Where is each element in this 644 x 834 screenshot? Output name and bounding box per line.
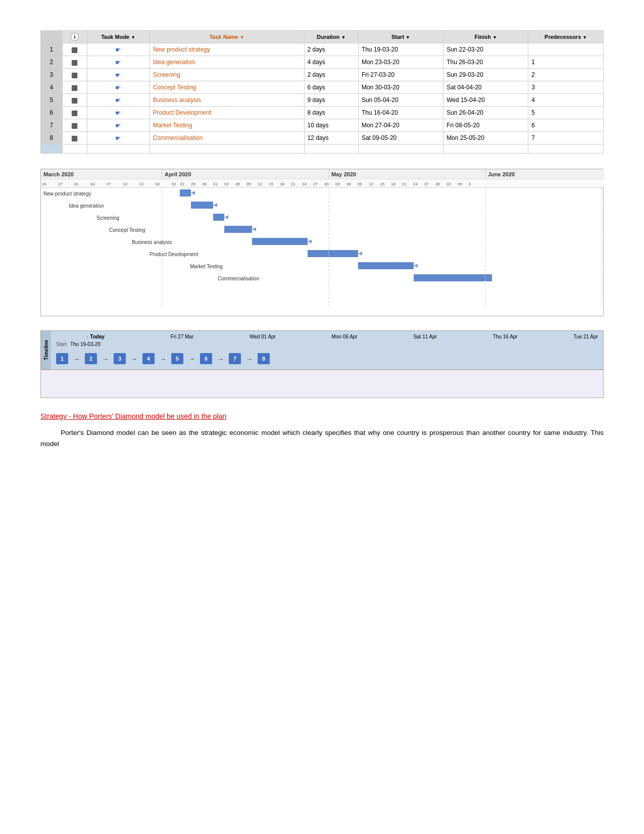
th-task-mode: Task Mode ▼: [87, 31, 150, 43]
task-mode-icon: ☛: [115, 134, 121, 142]
grid-icon: ▦: [71, 96, 78, 104]
strategy-body: Porter's Diamond model can be seen as th…: [40, 427, 604, 449]
svg-text:Idea generation: Idea generation: [69, 203, 104, 209]
svg-text:25: 25: [191, 182, 195, 186]
svg-text:09: 09: [246, 182, 251, 186]
timeline-node: 4→: [142, 353, 171, 364]
grid-icon: ▦: [71, 109, 78, 117]
timeline-node-box: 3: [114, 353, 126, 364]
timeline-main: ↑ Today Fri 27 Mar Wed 01 Apr Mon 06 Apr…: [51, 331, 603, 369]
task-mode-icon: ☛: [115, 96, 121, 104]
start-sort-icon[interactable]: ▼: [406, 35, 410, 40]
row-start: Thu 16-04-20: [358, 107, 443, 119]
timeline-arrow-icon: →: [160, 355, 166, 363]
svg-text:06: 06: [235, 182, 240, 186]
row-finish: Wed 15-04-20: [443, 94, 528, 107]
date-marker-2: Wed 01 Apr: [250, 334, 276, 339]
row-icon2: ☛: [87, 132, 150, 144]
gantt-table: i Task Mode ▼ Task Name ▼ Duration ▼ Sta…: [40, 30, 604, 154]
timeline-node-box: 7: [229, 353, 241, 364]
task-mode-icon: ☛: [115, 122, 121, 129]
finish-label: Finish: [475, 34, 491, 40]
timeline-arrow-icon: →: [73, 355, 80, 363]
duration-sort-icon[interactable]: ▼: [341, 35, 345, 40]
task-mode-icon: ☛: [115, 109, 121, 117]
row-num-cell: 7: [41, 119, 63, 132]
svg-marker-25: [308, 239, 312, 243]
svg-rect-33: [414, 274, 492, 281]
row-icon2: ☛: [87, 81, 150, 94]
timeline-bottom-bar: [41, 370, 603, 398]
row-icon1: ▦: [62, 69, 87, 81]
grid-icon: ▦: [71, 58, 78, 66]
svg-marker-13: [191, 191, 195, 195]
timeline-arrow-icon: →: [246, 355, 253, 363]
row-duration: 4 days: [304, 56, 358, 69]
grid-icon: ▦: [71, 71, 78, 79]
table-row: 3▦☛Screening2 daysFri 27-03-20Sun 29-03-…: [41, 69, 604, 81]
svg-text:30: 30: [324, 182, 329, 186]
pred-sort-icon[interactable]: ▼: [582, 35, 587, 40]
row-task-name: Commercialisation: [150, 132, 304, 144]
svg-text:06: 06: [346, 182, 351, 186]
task-mode-label: Task Mode: [101, 34, 129, 40]
row-finish: Sat 04-04-20: [443, 81, 528, 94]
row-duration: 9 days: [304, 94, 358, 107]
row-icon1: ▦: [62, 81, 87, 94]
table-row: 5▦☛Business analysis9 daysSun 05-04-20We…: [41, 94, 604, 107]
svg-text:03: 03: [224, 182, 229, 186]
date-marker-5: Thu 16 Apr: [493, 334, 518, 339]
timeline-node-box: 8: [258, 353, 270, 364]
row-task-name: Product Development: [150, 107, 304, 119]
task-mode-sort-icon[interactable]: ▼: [131, 35, 135, 40]
today-marker: ↑ Today: [86, 334, 105, 339]
row-duration: 8 days: [304, 107, 358, 119]
svg-text:10: 10: [123, 182, 127, 186]
row-start: Sat 09-05-20: [358, 132, 443, 144]
svg-marker-31: [414, 264, 418, 268]
svg-text:04: 04: [90, 182, 95, 186]
table-row: 4▦☛Concept Testing6 daysMon 30-03-20Sat …: [41, 81, 604, 94]
task-name-sort-icon[interactable]: ▼: [240, 35, 244, 40]
row-start: Fri 27-03-20: [358, 69, 443, 81]
svg-text:Market Testing: Market Testing: [190, 264, 223, 269]
svg-marker-16: [213, 203, 217, 207]
svg-text:Screening: Screening: [96, 215, 119, 221]
timeline-node: 3→: [114, 353, 142, 364]
svg-text:June 2020: June 2020: [488, 171, 515, 177]
row-task-name: Business analysis: [150, 94, 304, 107]
row-task-name: Market Testing: [150, 119, 304, 132]
svg-text:27: 27: [58, 182, 63, 186]
svg-text:31: 31: [213, 182, 218, 186]
task-mode-icon: ☛: [115, 59, 121, 66]
row-start: Sun 05-04-20: [358, 94, 443, 107]
row-task-name: Idea generation: [150, 56, 304, 69]
timeline-top: Timeline ↑ Today Fri 27 Mar Wed 01 Apr M…: [41, 331, 603, 370]
row-num-cell: 4: [41, 81, 63, 94]
timeline-dates-row: ↑ Today Fri 27 Mar Wed 01 Apr Mon 06 Apr…: [56, 334, 598, 339]
table-row: 8▦☛Commercialisation12 daysSat 09-05-20M…: [41, 132, 604, 144]
row-icon2: ☛: [87, 69, 150, 81]
timeline-start-row: Start Thu 19-03-20: [56, 341, 598, 347]
grid-icon: ▦: [71, 121, 78, 129]
th-info: i: [62, 31, 87, 43]
svg-text:12: 12: [258, 182, 262, 186]
task-mode-icon: ☛: [115, 46, 121, 54]
svg-text:19: 19: [171, 182, 176, 186]
svg-text:18: 18: [280, 182, 284, 186]
row-num-cell: 1: [41, 43, 63, 56]
svg-text:Concept Testing: Concept Testing: [109, 227, 145, 233]
timeline-node: 5→: [171, 353, 200, 364]
svg-rect-12: [180, 189, 191, 197]
timeline-arrow-icon: →: [217, 355, 224, 363]
svg-text:15: 15: [380, 182, 384, 186]
finish-sort-icon[interactable]: ▼: [492, 35, 497, 40]
row-duration: 6 days: [304, 81, 358, 94]
timeline-node: 2→: [85, 353, 114, 364]
row-task-name: Concept Testing: [150, 81, 304, 94]
row-task-name: New product strategy: [150, 43, 304, 56]
gantt-chart-svg: March 2020 April 2020 May 2020 June 2020…: [41, 169, 604, 316]
svg-text:New product strategy: New product strategy: [43, 191, 91, 197]
timeline-node-box: 1: [56, 353, 68, 364]
svg-text:27: 27: [424, 182, 429, 186]
